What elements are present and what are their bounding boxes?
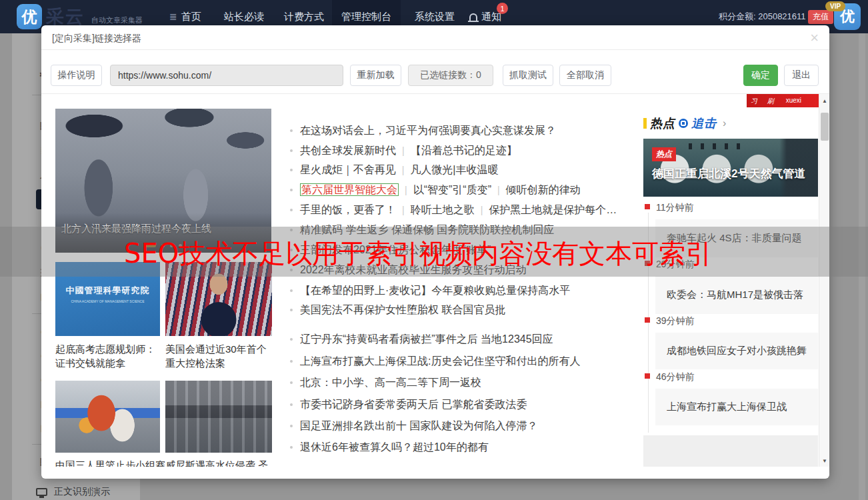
red-watermark-text: SEO技术不足以用于索引视频内容没有文本可索引 [124, 235, 712, 272]
photo-basketball[interactable] [55, 381, 160, 453]
timeline-story-link[interactable]: 上海宣布打赢大上海保卫战 [655, 389, 818, 425]
headline-link[interactable]: 退休近6年被查算久吗？超过10年的都有 [300, 441, 489, 454]
headline-link[interactable]: 上海宣布打赢大上海保卫战:历史会记住坚守和付出的所有人 [300, 355, 580, 368]
scroll-down-icon[interactable]: ▼ [819, 455, 829, 466]
headline-link[interactable]: 国足亚洲排名跌出前十 国家队建设为何陷入停滞？ [300, 419, 537, 433]
exit-button[interactable]: 退出 [784, 65, 819, 86]
scroll-up-icon[interactable]: ▲ [819, 95, 829, 106]
chevron-right-icon: › [723, 117, 726, 129]
vip-badge: VIP [825, 1, 845, 11]
embedded-page-viewport: 北方入汛来最强降雨过程今夜上线 中國管理科學研究院 CHINA ACADEMY … [41, 93, 829, 467]
photo-caption[interactable]: 起底高考志愿规划师：证书交钱就能拿 [55, 342, 162, 370]
photo-caption[interactable]: 美国会通过近30年首个重大控枪法案 [165, 342, 272, 370]
hot-pursuit-header[interactable]: 热点 追击 › [643, 115, 726, 131]
grab-test-button[interactable]: 抓取测试 [503, 65, 553, 86]
dialog-title: [定向采集]链接选择器 [52, 33, 141, 45]
timeline-time: 11分钟前 [656, 202, 694, 214]
recharge-button[interactable]: 充值 [808, 10, 833, 24]
timeline-story-link[interactable]: 欧委会：马航MH17是被俄击落 [655, 276, 818, 314]
hot-badge: 热点 [652, 147, 676, 161]
headline-link[interactable]: 在这场对话会上，习近平为何强调要真心实意谋发展？ [300, 124, 556, 137]
photo-caption[interactable]: 威尼斯遇高水位侵袭 圣 [165, 458, 275, 467]
headline-link[interactable]: 【在希望的田野上·麦收记】今年夏粮收购总量保持高水平 [300, 284, 570, 297]
headline-link[interactable]: 北京：中小学、高一高二等下周一返校 [300, 376, 481, 389]
ad-banner[interactable]: 习 刷 xuexi [747, 94, 819, 107]
hot-story-title: 德国正重启北溪2号天然气管道 [652, 166, 805, 181]
reload-button[interactable]: 重新加载 [350, 65, 401, 86]
dialog-header: [定向采集]链接选择器 × [41, 25, 829, 50]
yellow-bar-icon [643, 118, 647, 129]
scrollbar-thumb[interactable] [821, 113, 829, 141]
headline-link-highlighted[interactable]: 第六届世界智能大会|以“智变”引“质变”|倾听创新的律动 [300, 183, 581, 197]
sign-subtext: CHINA ACADEMY OF MANAGEMENT SCIENCE [55, 299, 160, 303]
url-input[interactable] [110, 65, 343, 86]
target-icon [679, 119, 688, 128]
close-icon[interactable]: × [810, 29, 819, 47]
timeline-next-card-partial [643, 435, 818, 467]
notification-badge: 1 [497, 3, 508, 14]
photo-caption[interactable]: 中国三人男篮止步小组赛 [55, 458, 165, 467]
hot-story-photo-pipeline[interactable]: 热点 德国正重启北溪2号天然气管道 [643, 139, 818, 197]
headline-link[interactable]: 星火成炬｜不舍再见|凡人微光|丰收温暖 [300, 163, 498, 177]
headline-link[interactable]: 美国宪法不再保护女性堕胎权 联合国官员批 [300, 303, 505, 317]
sign-text: 中國管理科學研究院 [55, 285, 160, 297]
brand-tagline: 自动文章采集器 [91, 15, 143, 25]
timeline-time: 39分钟前 [656, 315, 695, 327]
brand-logo-icon: 优 [17, 4, 42, 29]
confirm-button[interactable]: 确定 [743, 65, 778, 86]
timeline-time: 46分钟前 [656, 371, 695, 383]
menu-list-icon: ≣ [169, 11, 177, 22]
headline-link[interactable]: 辽宁丹东“持黄码者看病被拦”事件之后 当地12345回应 [300, 333, 553, 346]
cancel-all-button[interactable]: 全部取消 [559, 65, 611, 86]
selected-link-highlight[interactable]: 第六届世界智能大会 [300, 183, 399, 196]
headline-link[interactable]: 市委书记跻身省委常委两天后 已掌舵省委政法委 [300, 398, 527, 411]
timeline-story-link[interactable]: 成都地铁回应女子对小孩跳艳舞 [655, 333, 818, 369]
selected-links-count: 已选链接数：0 [408, 65, 493, 86]
bell-icon [469, 13, 477, 21]
headline-link[interactable]: 共创全球发展新时代|【沿着总书记的足迹】 [300, 144, 517, 157]
iframe-scrollbar[interactable]: ▲ ▼ [819, 94, 829, 467]
headline-link[interactable]: 手里的饭，更香了！|聆听土地之歌|保护黑土地就是保护每个… [300, 203, 617, 217]
help-button[interactable]: 操作说明 [51, 65, 102, 86]
photo-venice-flood[interactable] [165, 381, 272, 453]
ad-text: xuexi [786, 97, 801, 104]
